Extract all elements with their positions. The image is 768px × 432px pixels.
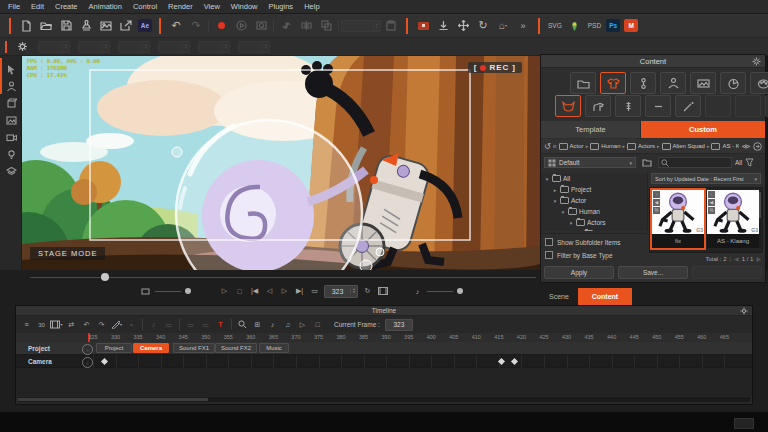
capture-button[interactable]: [253, 17, 270, 34]
swap-icon[interactable]: ⇄: [65, 318, 78, 331]
link-button[interactable]: [278, 17, 295, 34]
category-head-icon[interactable]: [630, 72, 656, 94]
category-palette-icon[interactable]: [750, 72, 768, 94]
pager-next-icon[interactable]: ▶: [756, 255, 761, 262]
save-button[interactable]: [58, 17, 75, 34]
live-preview-icon[interactable]: [415, 17, 432, 34]
track-list-icon[interactable]: ≡: [20, 318, 33, 331]
save-content-button[interactable]: Save...: [618, 266, 688, 279]
track-button-camera[interactable]: Camera: [133, 343, 169, 353]
export-button[interactable]: [118, 17, 135, 34]
menu-item-window[interactable]: Window: [231, 2, 258, 11]
show-subfolder-checkbox[interactable]: Show Subfolder Items: [545, 238, 621, 246]
camera-tool-icon[interactable]: [4, 130, 19, 145]
menu-item-create[interactable]: Create: [55, 2, 78, 11]
new-project-button[interactable]: [18, 17, 35, 34]
category-character-icon[interactable]: [660, 72, 686, 94]
home-view-button[interactable]: ⌂▾: [495, 17, 512, 34]
search-input[interactable]: [671, 159, 729, 167]
track-row-project[interactable]: Project ○ ProjectCameraSound FX1Sound FX…: [16, 342, 752, 355]
view-mode-dropdown[interactable]: Default ▾: [544, 157, 636, 168]
timeline-stop-icon[interactable]: □: [311, 318, 324, 331]
breadcrumb-collapse-icon[interactable]: «: [553, 143, 557, 150]
flip-button[interactable]: [298, 17, 315, 34]
checkbox-icon[interactable]: [545, 251, 553, 259]
timeline-frame-field[interactable]: 323: [385, 319, 413, 331]
tree-item-actor[interactable]: ▾Actor: [541, 195, 647, 206]
range-icon[interactable]: ▭: [199, 318, 212, 331]
tree-item-all[interactable]: ▾All: [541, 173, 647, 184]
category-effect-icon[interactable]: [720, 72, 746, 94]
tree-expander-icon[interactable]: ▾: [552, 198, 558, 204]
thumbnail-mini-icon[interactable]: ↑: [708, 191, 715, 198]
track-button-project[interactable]: Project: [96, 343, 132, 353]
menu-item-render[interactable]: Render: [168, 2, 193, 11]
undo-button[interactable]: ↶: [168, 17, 185, 34]
breadcrumb-refresh-icon[interactable]: [753, 142, 762, 151]
collect-clip-icon[interactable]: ↶: [80, 318, 93, 331]
category-animal-icon[interactable]: [555, 95, 581, 117]
transform-field[interactable]: ▴▾: [118, 41, 150, 53]
category-spine-icon[interactable]: [615, 95, 641, 117]
select-tool-icon[interactable]: [4, 62, 19, 77]
stop-button[interactable]: □: [234, 285, 245, 297]
settings-gear-icon[interactable]: [14, 38, 31, 55]
volume-icon[interactable]: ♪: [412, 285, 423, 297]
tree-expander-icon[interactable]: ▾: [544, 176, 550, 182]
checkbox-icon[interactable]: [545, 238, 553, 246]
zoom-slider-handle[interactable]: [185, 288, 191, 294]
previous-frame-button[interactable]: ◁: [264, 285, 275, 297]
breadcrumb-back-icon[interactable]: ↺: [544, 142, 551, 151]
track-button-sound-fx1[interactable]: Sound FX1: [173, 343, 215, 353]
category-dash-icon[interactable]: [645, 95, 671, 117]
edit-motion-icon[interactable]: ▾: [110, 318, 123, 331]
thumbnail-mini-icon[interactable]: ↑: [653, 191, 660, 198]
loop-region-icon[interactable]: ▭: [184, 318, 197, 331]
group-button[interactable]: [318, 17, 335, 34]
content-settings-gear-icon[interactable]: [752, 57, 761, 66]
search-scope-all[interactable]: All: [735, 159, 742, 166]
stage-viewport[interactable]: FPS : 0.00, AVG : 0.00 RAM : 3761MB CPU …: [22, 56, 540, 270]
add-track-icon[interactable]: ⊞: [251, 318, 264, 331]
volume-slider-handle[interactable]: [457, 288, 463, 294]
track-row-camera[interactable]: Camera ○: [16, 355, 752, 368]
category-wand-icon[interactable]: [675, 95, 701, 117]
pan-slider-icon[interactable]: [140, 285, 151, 297]
paste-pose-button[interactable]: [383, 17, 400, 34]
volume-slider-track[interactable]: [427, 291, 453, 292]
tab-custom[interactable]: Custom: [641, 121, 765, 138]
track-toggle-icon[interactable]: ○: [82, 357, 93, 368]
tree-item-2d-tots[interactable]: 2D Tots: [541, 228, 647, 231]
tree-expander-icon[interactable]: ▾: [568, 220, 574, 226]
move-tool-button[interactable]: [455, 17, 472, 34]
after-effects-icon[interactable]: Ae: [138, 19, 152, 32]
breadcrumb-item[interactable]: Actor: [570, 143, 584, 149]
redo-button[interactable]: ↷: [188, 17, 205, 34]
zoom-slider-track[interactable]: [155, 291, 181, 292]
tab-content[interactable]: Content: [578, 288, 632, 305]
pivot-anchor-button[interactable]: [435, 17, 452, 34]
open-folder-icon[interactable]: [641, 156, 654, 169]
menu-item-edit[interactable]: Edit: [31, 2, 44, 11]
photoshop-icon[interactable]: Ps: [606, 19, 620, 32]
filter-base-type-checkbox[interactable]: Filter by Base Type: [545, 251, 613, 259]
keyframe-diamond[interactable]: [101, 358, 108, 365]
breadcrumb-eye-icon[interactable]: [741, 143, 751, 150]
category-quadruped-icon[interactable]: [585, 95, 611, 117]
status-corner-widget[interactable]: [734, 418, 754, 429]
category-scene-icon[interactable]: [690, 72, 716, 94]
open-project-button[interactable]: [38, 17, 55, 34]
tree-expander-icon[interactable]: ▾: [560, 209, 566, 215]
timeline-gear-icon[interactable]: [740, 307, 748, 315]
marketplace-icon[interactable]: M: [624, 19, 638, 32]
apply-button[interactable]: Apply: [544, 266, 614, 279]
menu-item-animation[interactable]: Animation: [89, 2, 122, 11]
actor-tool-icon[interactable]: [4, 79, 19, 94]
menu-item-help[interactable]: Help: [304, 2, 319, 11]
loop-button[interactable]: ↻: [362, 285, 373, 297]
menu-item-control[interactable]: Control: [133, 2, 157, 11]
flatten-icon[interactable]: ↷: [95, 318, 108, 331]
record-button[interactable]: [213, 17, 230, 34]
thumbnail-mini-icon[interactable]: %: [653, 207, 660, 214]
break-link-icon[interactable]: T: [214, 318, 227, 331]
